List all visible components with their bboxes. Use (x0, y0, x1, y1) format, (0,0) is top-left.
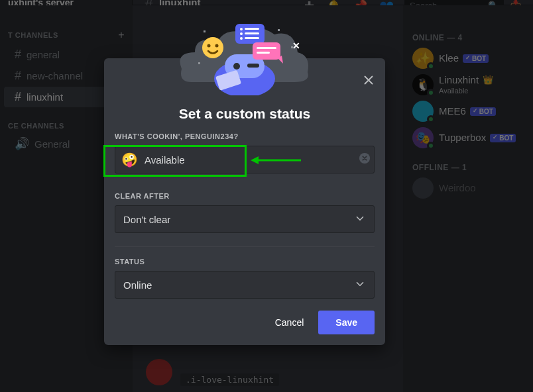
status-select-value: Online (123, 279, 152, 291)
save-button[interactable]: Save (318, 311, 375, 334)
svg-rect-3 (247, 64, 259, 68)
clear-after-label: CLEAR AFTER (115, 192, 375, 200)
status-text-input[interactable] (143, 146, 355, 173)
clear-status-icon[interactable] (355, 152, 374, 168)
svg-point-5 (202, 37, 223, 58)
cancel-button[interactable]: Cancel (263, 311, 316, 334)
svg-text:✕: ✕ (292, 40, 300, 51)
svg-rect-10 (245, 28, 259, 30)
svg-point-6 (207, 44, 211, 48)
modal-illustration: ✕ (178, 16, 311, 95)
svg-rect-19 (278, 29, 280, 31)
modal-footer: Cancel Save (104, 304, 385, 334)
close-button[interactable] (361, 73, 376, 90)
svg-rect-12 (245, 32, 259, 34)
svg-rect-21 (198, 62, 200, 64)
svg-rect-17 (257, 52, 270, 54)
svg-point-7 (215, 44, 219, 48)
clear-after-select[interactable]: Don't clear (115, 205, 375, 233)
chevron-down-icon (354, 213, 366, 226)
svg-point-9 (240, 28, 243, 30)
modal-title: Set a custom status (104, 106, 385, 122)
chevron-down-icon (354, 278, 366, 292)
status-emoji: 🤪 (121, 152, 138, 168)
custom-status-modal: ✕ Set a custom status WHAT'S COOKIN', PE… (104, 58, 385, 345)
svg-rect-16 (257, 47, 276, 49)
status-input-row: 🤪 (115, 146, 375, 173)
status-select[interactable]: Online (115, 271, 375, 299)
svg-rect-15 (253, 42, 280, 60)
svg-point-11 (240, 32, 243, 35)
svg-rect-18 (204, 30, 206, 32)
svg-point-13 (240, 37, 243, 40)
clear-after-value: Don't clear (123, 214, 170, 225)
status-emoji-picker[interactable]: 🤪 (115, 146, 143, 173)
divider (115, 246, 375, 247)
status-prompt-label: WHAT'S COOKIN', PENGUIN234? (115, 132, 375, 140)
status-label: STATUS (115, 258, 375, 266)
svg-point-2 (233, 63, 240, 70)
svg-rect-14 (245, 37, 259, 39)
